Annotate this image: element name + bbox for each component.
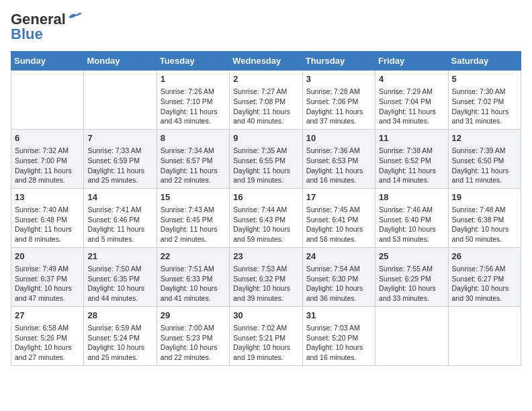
calendar-cell: 28Sunrise: 6:59 AM Sunset: 5:24 PM Dayli…	[84, 306, 157, 365]
day-number: 30	[233, 310, 298, 322]
page-header: General Blue	[11, 11, 521, 43]
calendar-cell: 24Sunrise: 7:54 AM Sunset: 6:30 PM Dayli…	[302, 247, 375, 306]
day-number: 26	[452, 250, 517, 263]
calendar-cell	[84, 71, 157, 130]
day-info: Sunrise: 7:27 AM Sunset: 7:08 PM Dayligh…	[233, 87, 298, 126]
day-info: Sunrise: 7:02 AM Sunset: 5:21 PM Dayligh…	[233, 323, 298, 363]
calendar-cell: 5Sunrise: 7:30 AM Sunset: 7:02 PM Daylig…	[448, 71, 521, 130]
day-info: Sunrise: 7:50 AM Sunset: 6:35 PM Dayligh…	[87, 264, 152, 304]
day-number: 2	[233, 73, 298, 85]
calendar-week-1: 1Sunrise: 7:26 AM Sunset: 7:10 PM Daylig…	[11, 71, 521, 130]
weekday-header-saturday: Saturday	[448, 52, 521, 71]
day-info: Sunrise: 7:54 AM Sunset: 6:30 PM Dayligh…	[306, 264, 371, 304]
day-number: 8	[161, 132, 226, 144]
day-info: Sunrise: 7:38 AM Sunset: 6:52 PM Dayligh…	[379, 146, 444, 185]
calendar-cell	[11, 71, 84, 130]
calendar-cell: 9Sunrise: 7:35 AM Sunset: 6:55 PM Daylig…	[230, 129, 302, 188]
day-info: Sunrise: 7:32 AM Sunset: 7:00 PM Dayligh…	[15, 146, 80, 185]
calendar-cell: 16Sunrise: 7:44 AM Sunset: 6:43 PM Dayli…	[230, 188, 302, 247]
calendar-cell: 27Sunrise: 6:58 AM Sunset: 5:26 PM Dayli…	[11, 306, 84, 365]
day-info: Sunrise: 7:00 AM Sunset: 5:23 PM Dayligh…	[161, 323, 226, 363]
weekday-header-wednesday: Wednesday	[230, 52, 302, 71]
calendar-week-3: 13Sunrise: 7:40 AM Sunset: 6:48 PM Dayli…	[11, 188, 521, 247]
logo-blue: Blue	[11, 26, 43, 43]
day-number: 4	[379, 73, 444, 85]
day-info: Sunrise: 6:59 AM Sunset: 5:24 PM Dayligh…	[87, 323, 152, 363]
calendar-cell	[375, 306, 448, 365]
calendar-cell: 23Sunrise: 7:53 AM Sunset: 6:32 PM Dayli…	[230, 247, 302, 306]
calendar-cell: 15Sunrise: 7:43 AM Sunset: 6:45 PM Dayli…	[157, 188, 229, 247]
day-number: 9	[233, 132, 298, 144]
day-info: Sunrise: 7:29 AM Sunset: 7:04 PM Dayligh…	[379, 87, 444, 126]
day-number: 6	[15, 132, 80, 144]
day-number: 15	[161, 191, 226, 203]
day-number: 7	[87, 132, 152, 144]
weekday-header-row: SundayMondayTuesdayWednesdayThursdayFrid…	[11, 52, 521, 71]
day-info: Sunrise: 7:55 AM Sunset: 6:29 PM Dayligh…	[379, 264, 444, 304]
day-number: 10	[306, 132, 371, 144]
logo-bird-icon	[67, 11, 82, 23]
day-info: Sunrise: 7:35 AM Sunset: 6:55 PM Dayligh…	[233, 146, 298, 185]
calendar-cell: 4Sunrise: 7:29 AM Sunset: 7:04 PM Daylig…	[375, 71, 448, 130]
calendar-cell: 20Sunrise: 7:49 AM Sunset: 6:37 PM Dayli…	[11, 247, 84, 306]
day-info: Sunrise: 6:58 AM Sunset: 5:26 PM Dayligh…	[15, 323, 80, 363]
calendar-week-4: 20Sunrise: 7:49 AM Sunset: 6:37 PM Dayli…	[11, 247, 521, 306]
calendar-cell: 11Sunrise: 7:38 AM Sunset: 6:52 PM Dayli…	[375, 129, 448, 188]
day-number: 20	[15, 250, 80, 263]
day-info: Sunrise: 7:33 AM Sunset: 6:59 PM Dayligh…	[87, 146, 152, 185]
weekday-header-sunday: Sunday	[11, 52, 84, 71]
weekday-header-friday: Friday	[375, 52, 448, 71]
day-info: Sunrise: 7:44 AM Sunset: 6:43 PM Dayligh…	[233, 205, 298, 244]
calendar-cell: 31Sunrise: 7:03 AM Sunset: 5:20 PM Dayli…	[302, 306, 375, 365]
day-number: 23	[233, 250, 298, 263]
day-number: 1	[161, 73, 226, 85]
day-number: 17	[306, 191, 371, 203]
calendar-cell: 8Sunrise: 7:34 AM Sunset: 6:57 PM Daylig…	[157, 129, 229, 188]
calendar-week-2: 6Sunrise: 7:32 AM Sunset: 7:00 PM Daylig…	[11, 129, 521, 188]
calendar-cell: 2Sunrise: 7:27 AM Sunset: 7:08 PM Daylig…	[230, 71, 302, 130]
day-info: Sunrise: 7:56 AM Sunset: 6:27 PM Dayligh…	[452, 264, 517, 304]
calendar-cell: 6Sunrise: 7:32 AM Sunset: 7:00 PM Daylig…	[11, 129, 84, 188]
calendar-cell	[448, 306, 521, 365]
day-number: 5	[452, 73, 517, 85]
day-number: 3	[306, 73, 371, 85]
day-number: 28	[87, 310, 152, 322]
day-number: 27	[15, 310, 80, 322]
calendar-cell: 3Sunrise: 7:28 AM Sunset: 7:06 PM Daylig…	[302, 71, 375, 130]
day-info: Sunrise: 7:40 AM Sunset: 6:48 PM Dayligh…	[15, 205, 80, 244]
day-number: 19	[452, 191, 517, 203]
day-info: Sunrise: 7:53 AM Sunset: 6:32 PM Dayligh…	[233, 264, 298, 304]
calendar-cell: 21Sunrise: 7:50 AM Sunset: 6:35 PM Dayli…	[84, 247, 157, 306]
calendar-cell: 10Sunrise: 7:36 AM Sunset: 6:53 PM Dayli…	[302, 129, 375, 188]
day-info: Sunrise: 7:03 AM Sunset: 5:20 PM Dayligh…	[306, 323, 371, 363]
weekday-header-monday: Monday	[84, 52, 157, 71]
calendar-cell: 17Sunrise: 7:45 AM Sunset: 6:41 PM Dayli…	[302, 188, 375, 247]
weekday-header-thursday: Thursday	[302, 52, 375, 71]
day-number: 25	[379, 250, 444, 263]
calendar-cell: 19Sunrise: 7:48 AM Sunset: 6:38 PM Dayli…	[448, 188, 521, 247]
day-number: 22	[161, 250, 226, 263]
calendar-cell: 18Sunrise: 7:46 AM Sunset: 6:40 PM Dayli…	[375, 188, 448, 247]
day-info: Sunrise: 7:26 AM Sunset: 7:10 PM Dayligh…	[161, 87, 226, 126]
day-info: Sunrise: 7:41 AM Sunset: 6:46 PM Dayligh…	[87, 205, 152, 244]
day-info: Sunrise: 7:34 AM Sunset: 6:57 PM Dayligh…	[161, 146, 226, 185]
day-number: 16	[233, 191, 298, 203]
day-number: 31	[306, 310, 371, 322]
day-number: 24	[306, 250, 371, 263]
day-number: 29	[161, 310, 226, 322]
calendar-cell: 30Sunrise: 7:02 AM Sunset: 5:21 PM Dayli…	[230, 306, 302, 365]
logo: General Blue	[11, 11, 82, 43]
calendar-cell: 29Sunrise: 7:00 AM Sunset: 5:23 PM Dayli…	[157, 306, 229, 365]
day-info: Sunrise: 7:39 AM Sunset: 6:50 PM Dayligh…	[452, 146, 517, 185]
day-info: Sunrise: 7:28 AM Sunset: 7:06 PM Dayligh…	[306, 87, 371, 126]
calendar-cell: 22Sunrise: 7:51 AM Sunset: 6:33 PM Dayli…	[157, 247, 229, 306]
calendar-week-5: 27Sunrise: 6:58 AM Sunset: 5:26 PM Dayli…	[11, 306, 521, 365]
day-info: Sunrise: 7:48 AM Sunset: 6:38 PM Dayligh…	[452, 205, 517, 244]
day-info: Sunrise: 7:45 AM Sunset: 6:41 PM Dayligh…	[306, 205, 371, 244]
day-info: Sunrise: 7:30 AM Sunset: 7:02 PM Dayligh…	[452, 87, 517, 126]
calendar-cell: 14Sunrise: 7:41 AM Sunset: 6:46 PM Dayli…	[84, 188, 157, 247]
calendar-cell: 13Sunrise: 7:40 AM Sunset: 6:48 PM Dayli…	[11, 188, 84, 247]
calendar-cell: 7Sunrise: 7:33 AM Sunset: 6:59 PM Daylig…	[84, 129, 157, 188]
day-info: Sunrise: 7:51 AM Sunset: 6:33 PM Dayligh…	[161, 264, 226, 304]
day-info: Sunrise: 7:49 AM Sunset: 6:37 PM Dayligh…	[15, 264, 80, 304]
